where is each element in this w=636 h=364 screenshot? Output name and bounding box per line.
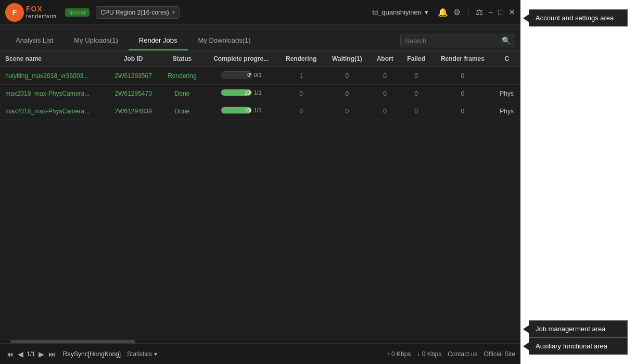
cell-scene-name: huiyiting_max2018_vr36003... xyxy=(0,67,107,85)
cell-job-id: 2W61295473 xyxy=(107,85,160,102)
last-page-button[interactable]: ⏭ xyxy=(47,349,57,359)
svg-text:F: F xyxy=(12,8,17,17)
cell-rendering: 1 xyxy=(278,67,324,85)
col-scene-name: Scene name xyxy=(0,51,107,67)
cell-status: Done xyxy=(160,102,205,120)
raysync-label: RaySync[HongKong] xyxy=(63,350,121,358)
scrollbar-thumb[interactable] xyxy=(10,340,135,343)
cell-scene-name: max2018_max-PhysCamera... xyxy=(0,102,107,120)
cell-job-id: 2W61294839 xyxy=(107,102,160,120)
cell-rendering: 0 xyxy=(278,85,324,102)
region-badge: Normal xyxy=(65,8,90,17)
cell-failed: 0 xyxy=(400,102,433,120)
cell-status: Done xyxy=(160,85,205,102)
first-page-button[interactable]: ⏮ xyxy=(5,349,15,359)
tab-analysis-list[interactable]: Analysis List xyxy=(5,31,63,50)
download-speed: ↓ 0 Kbps xyxy=(417,350,441,358)
cell-render-frames: 0 xyxy=(432,85,493,102)
cell-extra xyxy=(493,67,520,85)
table-row[interactable]: max2018_max-PhysCamera... 2W61294839 Don… xyxy=(0,102,520,120)
table-body: huiyiting_max2018_vr36003... 2W61293567 … xyxy=(0,67,520,120)
cell-abort: 0 xyxy=(370,67,400,85)
tab-render-jobs[interactable]: Render Jobs xyxy=(129,31,188,50)
col-status: Status xyxy=(160,51,205,67)
annotation-account-settings: Account and settings area xyxy=(529,9,628,27)
statistics-label: Statistics xyxy=(127,350,152,358)
balance-icon[interactable]: ⚖ xyxy=(476,7,483,17)
cell-render-frames: 0 xyxy=(432,102,493,120)
gear-icon[interactable]: ⚙ xyxy=(453,7,461,17)
col-job-id: Job ID xyxy=(107,51,160,67)
horizontal-scrollbar[interactable] xyxy=(0,339,520,343)
col-failed: Failed xyxy=(400,51,433,67)
close-icon[interactable]: ✕ xyxy=(508,7,515,17)
cell-progress: 100% 1/1 xyxy=(204,85,278,102)
cell-waiting: 0 xyxy=(324,102,370,120)
tab-my-uploads[interactable]: My Uploads(1) xyxy=(63,31,129,50)
cell-job-id: 2W61293567 xyxy=(107,67,160,85)
chevron-down-icon: ▾ xyxy=(172,9,175,15)
cell-failed: 0 xyxy=(400,85,433,102)
footer: ⏮ ◀ 1/1 ▶ ⏭ RaySync[HongKong] Statistics… xyxy=(0,343,520,364)
annotation-job-management: Job managerment area xyxy=(529,320,628,337)
bell-icon[interactable]: 🔔 xyxy=(438,7,448,17)
region-selector[interactable]: CPU Region 2(16-cores) ▾ xyxy=(96,6,179,19)
logo-fox-text: FOX xyxy=(26,5,57,13)
col-extra: C xyxy=(493,51,520,67)
col-abort: Abort xyxy=(370,51,400,67)
username: td_quanshiyinen xyxy=(372,8,422,16)
logo-renderfarm-text: renderfarm xyxy=(26,14,57,19)
cell-progress: 0% 0/1 xyxy=(204,67,278,85)
col-render-frames: Render frames xyxy=(432,51,493,67)
cell-extra: Phys xyxy=(493,102,520,120)
statistics-chevron-icon: ▾ xyxy=(154,350,157,358)
header-icons: 🔔 ⚙ ⚖ − □ ✕ xyxy=(438,7,515,18)
app-header: F FOX renderfarm Normal CPU Region 2(16-… xyxy=(0,0,520,25)
user-dropdown-icon[interactable]: ▾ xyxy=(425,8,428,16)
col-rendering: Rendering xyxy=(278,51,324,67)
upload-speed: ↑ 0 Kbps xyxy=(387,350,411,358)
cell-status: Rendering xyxy=(160,67,205,85)
cell-abort: 0 xyxy=(370,85,400,102)
cell-render-frames: 0 xyxy=(432,67,493,85)
official-site-link[interactable]: Official Site xyxy=(484,350,515,358)
logo-icon: F xyxy=(5,3,24,22)
col-waiting: Waiting(1) xyxy=(324,51,370,67)
next-page-button[interactable]: ▶ xyxy=(37,349,45,359)
region-name: CPU Region 2(16-cores) xyxy=(100,9,169,16)
divider xyxy=(468,7,468,18)
search-input[interactable] xyxy=(405,37,499,45)
tab-my-downloads[interactable]: My Downloads(1) xyxy=(188,31,261,50)
table-header-row: Scene name Job ID Status Complete progre… xyxy=(0,51,520,67)
statistics-button[interactable]: Statistics ▾ xyxy=(127,350,157,358)
minimize-icon[interactable]: − xyxy=(488,8,493,17)
page-info: 1/1 xyxy=(27,350,35,358)
prev-page-button[interactable]: ◀ xyxy=(17,349,24,359)
annotation-auxiliary: Auxiliary functional area xyxy=(529,337,628,355)
maximize-icon[interactable]: □ xyxy=(498,8,503,17)
cell-waiting: 0 xyxy=(324,67,370,85)
cell-progress: 100% 1/1 xyxy=(204,102,278,120)
pagination-nav: ⏮ ◀ 1/1 ▶ ⏭ xyxy=(5,349,57,359)
cell-scene-name: max2018_max-PhysCamera... xyxy=(0,85,107,102)
cell-abort: 0 xyxy=(370,102,400,120)
col-complete-progress: Complete progre... xyxy=(204,51,278,67)
user-info: td_quanshiyinen ▾ xyxy=(372,8,428,16)
logo: F FOX renderfarm xyxy=(5,3,57,22)
search-box[interactable]: 🔍 xyxy=(400,34,515,47)
contact-us-link[interactable]: Contact us xyxy=(448,350,477,358)
jobs-table-container: Scene name Job ID Status Complete progre… xyxy=(0,51,520,339)
cell-failed: 0 xyxy=(400,67,433,85)
tabs-bar: Analysis List My Uploads(1) Render Jobs … xyxy=(0,25,520,51)
table-row[interactable]: max2018_max-PhysCamera... 2W61295473 Don… xyxy=(0,85,520,102)
cell-rendering: 0 xyxy=(278,102,324,120)
search-icon: 🔍 xyxy=(502,36,511,45)
annotation-panel: Account and settings area Job managermen… xyxy=(520,0,636,364)
table-row[interactable]: huiyiting_max2018_vr36003... 2W61293567 … xyxy=(0,67,520,85)
jobs-table: Scene name Job ID Status Complete progre… xyxy=(0,51,520,120)
cell-extra: Phys xyxy=(493,85,520,102)
cell-waiting: 0 xyxy=(324,85,370,102)
